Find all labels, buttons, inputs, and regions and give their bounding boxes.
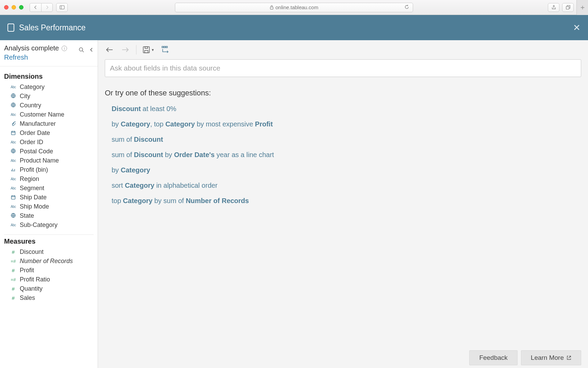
dimension-field[interactable]: City bbox=[4, 92, 94, 101]
suggestion-item[interactable]: sum of Discount bbox=[112, 136, 581, 143]
dimension-field[interactable]: Ship Date bbox=[4, 193, 94, 202]
dimension-field[interactable]: State bbox=[4, 211, 94, 220]
refresh-link[interactable]: Refresh bbox=[4, 53, 28, 61]
window-controls bbox=[4, 5, 23, 10]
field-label: Quantity bbox=[20, 285, 43, 292]
new-tab-button[interactable]: ＋ bbox=[576, 0, 588, 15]
section-divider bbox=[4, 234, 94, 235]
suggestions-heading: Or try one of these suggestions: bbox=[105, 89, 581, 97]
suggestion-item[interactable]: sort Category in alphabetical order bbox=[112, 182, 581, 189]
svg-rect-26 bbox=[145, 47, 148, 48]
datasource-icon bbox=[7, 24, 14, 32]
dimension-field[interactable]: AbcSegment bbox=[4, 184, 94, 193]
field-label: Profit bbox=[20, 267, 34, 274]
close-window-button[interactable] bbox=[4, 5, 9, 10]
field-label: Order Date bbox=[20, 129, 50, 137]
maximize-window-button[interactable] bbox=[19, 5, 23, 10]
suggestion-item[interactable]: by Category bbox=[112, 166, 581, 174]
field-label: Category bbox=[20, 83, 45, 91]
main-content: ▼ Or try one of these suggestions: Disco… bbox=[98, 40, 588, 368]
measure-field[interactable]: #Sales bbox=[4, 293, 94, 303]
learn-more-button[interactable]: Learn More bbox=[521, 350, 581, 365]
field-label: Postal Code bbox=[20, 148, 53, 155]
save-button[interactable]: ▼ bbox=[143, 46, 154, 53]
app-header: Sales Performance ✕ bbox=[0, 15, 588, 40]
svg-rect-8 bbox=[12, 131, 15, 135]
close-button[interactable]: ✕ bbox=[573, 22, 581, 33]
ask-data-field[interactable] bbox=[110, 64, 576, 72]
svg-rect-0 bbox=[60, 6, 64, 9]
fields-sidebar: Analysis complete i Refresh Dimensions A… bbox=[0, 40, 98, 368]
field-label: Number of Records bbox=[20, 258, 73, 265]
measures-heading: Measures bbox=[4, 237, 94, 245]
measure-field[interactable]: #Discount bbox=[4, 247, 94, 257]
dimension-field[interactable]: Order Date bbox=[4, 128, 94, 138]
measure-field[interactable]: #Profit bbox=[4, 266, 94, 275]
search-icon[interactable] bbox=[79, 47, 84, 54]
field-label: Customer Name bbox=[20, 111, 64, 118]
collapse-sidebar-icon[interactable] bbox=[89, 47, 94, 54]
dimension-field[interactable]: Postal Code bbox=[4, 147, 94, 156]
info-icon[interactable]: i bbox=[62, 46, 67, 51]
toolbar-separator bbox=[136, 45, 136, 55]
field-label: Product Name bbox=[20, 157, 59, 164]
dimensions-heading: Dimensions bbox=[4, 73, 94, 80]
nav-buttons bbox=[30, 3, 53, 12]
ask-data-input[interactable] bbox=[105, 59, 581, 77]
browser-back-button[interactable] bbox=[30, 3, 41, 12]
suggestion-item[interactable]: top Category by sum of Number of Records bbox=[112, 197, 581, 205]
redo-button[interactable] bbox=[120, 45, 130, 55]
svg-rect-29 bbox=[166, 46, 167, 48]
feedback-button[interactable]: Feedback bbox=[469, 350, 517, 365]
suggestion-item[interactable]: Discount at least 0% bbox=[112, 105, 581, 113]
svg-point-4 bbox=[79, 48, 83, 51]
field-label: Profit (bin) bbox=[20, 166, 48, 173]
svg-rect-25 bbox=[145, 50, 148, 53]
field-label: Order ID bbox=[20, 139, 43, 146]
dimension-field[interactable]: AbcProduct Name bbox=[4, 156, 94, 165]
suggestion-item[interactable]: sum of Discount by Order Date's year as … bbox=[112, 151, 581, 159]
analysis-status: Analysis complete bbox=[4, 44, 59, 52]
tabs-button[interactable] bbox=[562, 3, 574, 12]
browser-toolbar: online.tableau.com ＋ bbox=[0, 0, 588, 15]
svg-rect-2 bbox=[270, 7, 273, 9]
address-bar[interactable]: online.tableau.com bbox=[175, 3, 413, 12]
field-label: Profit Ratio bbox=[20, 276, 50, 283]
field-label: Sub-Category bbox=[20, 221, 58, 229]
browser-forward-button[interactable] bbox=[41, 3, 53, 12]
minimize-window-button[interactable] bbox=[12, 5, 16, 10]
field-label: Ship Date bbox=[20, 194, 47, 201]
svg-rect-24 bbox=[143, 47, 149, 53]
feedback-label: Feedback bbox=[479, 354, 507, 362]
suggestion-item[interactable]: by Category, top Category by most expens… bbox=[112, 120, 581, 128]
learn-more-label: Learn More bbox=[531, 354, 564, 362]
dimension-field[interactable]: AbcRegion bbox=[4, 174, 94, 184]
measure-field[interactable]: =#Profit Ratio bbox=[4, 275, 94, 284]
dimension-field[interactable]: AbcSub-Category bbox=[4, 220, 94, 230]
dimension-field[interactable]: Manufacturer bbox=[4, 119, 94, 128]
undo-button[interactable] bbox=[105, 45, 114, 55]
field-label: Country bbox=[20, 102, 41, 109]
ask-toolbar: ▼ bbox=[98, 40, 588, 59]
field-label: State bbox=[20, 212, 34, 219]
svg-rect-28 bbox=[164, 46, 165, 48]
measure-field[interactable]: =#Number of Records bbox=[4, 257, 94, 266]
dimension-field[interactable]: AbcCategory bbox=[4, 82, 94, 92]
url-host: online.tableau.com bbox=[276, 4, 318, 10]
dimension-field[interactable]: Country bbox=[4, 101, 94, 110]
sidebar-toggle-button[interactable] bbox=[56, 3, 68, 12]
share-button[interactable] bbox=[548, 3, 559, 12]
measure-field[interactable]: #Quantity bbox=[4, 284, 94, 293]
field-label: Manufacturer bbox=[20, 120, 56, 127]
sidebar-header: Analysis complete i Refresh bbox=[0, 40, 98, 66]
dimension-field[interactable]: AbcCustomer Name bbox=[4, 110, 94, 119]
swap-viz-button[interactable] bbox=[161, 45, 170, 55]
svg-line-5 bbox=[82, 51, 84, 52]
dimension-field[interactable]: AbcShip Mode bbox=[4, 202, 94, 211]
field-label: Segment bbox=[20, 185, 44, 192]
dimension-field[interactable]: Profit (bin) bbox=[4, 165, 94, 174]
svg-line-30 bbox=[569, 356, 571, 358]
svg-rect-17 bbox=[12, 196, 15, 199]
dimension-field[interactable]: AbcOrder ID bbox=[4, 138, 94, 147]
reload-icon[interactable] bbox=[404, 4, 409, 11]
